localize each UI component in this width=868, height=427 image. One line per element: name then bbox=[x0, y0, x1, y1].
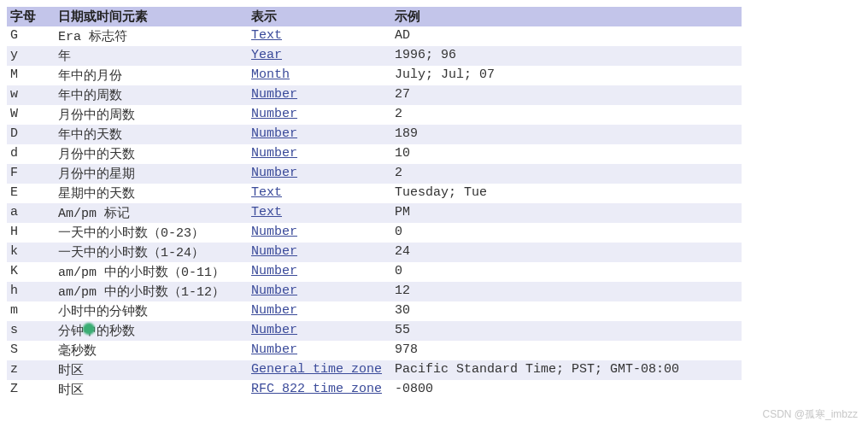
table-row: ham/pm 中的小时数（1-12）Number12 bbox=[7, 282, 742, 301]
cell-presentation: Number bbox=[248, 282, 391, 301]
cell-component: 年中的天数 bbox=[55, 125, 248, 144]
presentation-link[interactable]: Text bbox=[251, 185, 282, 200]
cell-letter: a bbox=[7, 203, 55, 223]
presentation-link[interactable]: Number bbox=[251, 264, 297, 278]
presentation-link[interactable]: Number bbox=[251, 323, 297, 337]
table-row: Z时区RFC 822 time zone-0800 bbox=[7, 380, 742, 400]
cell-letter: h bbox=[7, 282, 55, 301]
presentation-link[interactable]: Number bbox=[251, 284, 297, 298]
cell-presentation: RFC 822 time zone bbox=[248, 380, 391, 400]
cell-letter: z bbox=[7, 360, 55, 380]
cell-component: Am/pm 标记 bbox=[55, 203, 248, 223]
cell-presentation: Number bbox=[248, 223, 391, 243]
presentation-link[interactable]: Number bbox=[251, 342, 297, 357]
table-header-row: 字母 日期或时间元素 表示 示例 bbox=[7, 7, 742, 26]
cell-presentation: Text bbox=[248, 26, 391, 46]
cell-example: 978 bbox=[391, 341, 742, 360]
cell-example: 55 bbox=[391, 321, 742, 341]
table-row: aAm/pm 标记TextPM bbox=[7, 203, 742, 223]
cell-letter: W bbox=[7, 105, 55, 125]
cell-component: 时区 bbox=[55, 360, 248, 380]
presentation-link[interactable]: Number bbox=[251, 126, 297, 141]
cell-component: Era 标志符 bbox=[55, 26, 248, 46]
presentation-link[interactable]: Number bbox=[251, 87, 297, 102]
cell-component: 小时中的分钟数 bbox=[55, 301, 248, 321]
cell-example: 1996; 96 bbox=[391, 46, 742, 66]
cell-presentation: Number bbox=[248, 105, 391, 125]
table-row: W月份中的周数Number2 bbox=[7, 105, 742, 125]
cell-letter: H bbox=[7, 223, 55, 243]
cell-presentation: Number bbox=[248, 262, 391, 282]
cell-example: 0 bbox=[391, 262, 742, 282]
header-component: 日期或时间元素 bbox=[55, 7, 248, 26]
cell-presentation: Text bbox=[248, 203, 391, 223]
cell-letter: s bbox=[7, 321, 55, 341]
cell-letter: k bbox=[7, 243, 55, 262]
cell-presentation: Year bbox=[248, 46, 391, 66]
cell-example: 12 bbox=[391, 282, 742, 301]
table-row: E星期中的天数TextTuesday; Tue bbox=[7, 184, 742, 203]
table-row: w年中的周数Number27 bbox=[7, 85, 742, 105]
presentation-link[interactable]: Text bbox=[251, 28, 282, 43]
cell-example: AD bbox=[391, 26, 742, 46]
cell-example: 27 bbox=[391, 85, 742, 105]
presentation-link[interactable]: Number bbox=[251, 107, 297, 121]
table-row: s分钟中的秒数Number55 bbox=[7, 321, 742, 341]
cell-example: 0 bbox=[391, 223, 742, 243]
cell-example: Pacific Standard Time; PST; GMT-08:00 bbox=[391, 360, 742, 380]
cell-presentation: Month bbox=[248, 66, 391, 85]
presentation-link[interactable]: Text bbox=[251, 205, 282, 219]
cell-letter: y bbox=[7, 46, 55, 66]
cell-component: 年 bbox=[55, 46, 248, 66]
cell-presentation: Number bbox=[248, 243, 391, 262]
cell-presentation: Number bbox=[248, 321, 391, 341]
cursor-dot-icon bbox=[83, 323, 95, 335]
cell-presentation: Number bbox=[248, 301, 391, 321]
table-row: H一天中的小时数（0-23）Number0 bbox=[7, 223, 742, 243]
table-row: M年中的月份MonthJuly; Jul; 07 bbox=[7, 66, 742, 85]
cell-presentation: Number bbox=[248, 125, 391, 144]
presentation-link[interactable]: Number bbox=[251, 244, 297, 259]
cell-component: am/pm 中的小时数（1-12） bbox=[55, 282, 248, 301]
presentation-link[interactable]: General time zone bbox=[251, 362, 382, 377]
cell-presentation: General time zone bbox=[248, 360, 391, 380]
cell-component: am/pm 中的小时数（0-11） bbox=[55, 262, 248, 282]
cell-letter: D bbox=[7, 125, 55, 144]
presentation-link[interactable]: Number bbox=[251, 146, 297, 161]
cell-component: 星期中的天数 bbox=[55, 184, 248, 203]
table-row: z时区General time zonePacific Standard Tim… bbox=[7, 360, 742, 380]
cell-presentation: Number bbox=[248, 164, 391, 184]
cell-component: 月份中的星期 bbox=[55, 164, 248, 184]
presentation-link[interactable]: Month bbox=[251, 67, 290, 82]
header-examples: 示例 bbox=[391, 7, 742, 26]
presentation-link[interactable]: RFC 822 time zone bbox=[251, 382, 382, 396]
cell-presentation: Text bbox=[248, 184, 391, 203]
cell-presentation: Number bbox=[248, 341, 391, 360]
cell-letter: M bbox=[7, 66, 55, 85]
cell-letter: G bbox=[7, 26, 55, 46]
table-row: m小时中的分钟数Number30 bbox=[7, 301, 742, 321]
table-row: d月份中的天数Number10 bbox=[7, 144, 742, 164]
presentation-link[interactable]: Number bbox=[251, 166, 297, 180]
table-row: k一天中的小时数（1-24）Number24 bbox=[7, 243, 742, 262]
cell-example: 30 bbox=[391, 301, 742, 321]
presentation-link[interactable]: Year bbox=[251, 48, 282, 62]
cell-letter: E bbox=[7, 184, 55, 203]
cell-letter: F bbox=[7, 164, 55, 184]
cell-component: 年中的周数 bbox=[55, 85, 248, 105]
cell-component: 月份中的天数 bbox=[55, 144, 248, 164]
presentation-link[interactable]: Number bbox=[251, 225, 297, 239]
cell-example: Tuesday; Tue bbox=[391, 184, 742, 203]
header-presentation: 表示 bbox=[248, 7, 391, 26]
cell-letter: Z bbox=[7, 380, 55, 400]
presentation-link[interactable]: Number bbox=[251, 303, 297, 318]
cell-component: 一天中的小时数（0-23） bbox=[55, 223, 248, 243]
cell-letter: S bbox=[7, 341, 55, 360]
table-row: S毫秒数Number978 bbox=[7, 341, 742, 360]
cell-component: 月份中的周数 bbox=[55, 105, 248, 125]
cell-component: 时区 bbox=[55, 380, 248, 400]
table-row: GEra 标志符TextAD bbox=[7, 26, 742, 46]
table-row: D年中的天数Number189 bbox=[7, 125, 742, 144]
cell-example: PM bbox=[391, 203, 742, 223]
table-row: y年Year1996; 96 bbox=[7, 46, 742, 66]
